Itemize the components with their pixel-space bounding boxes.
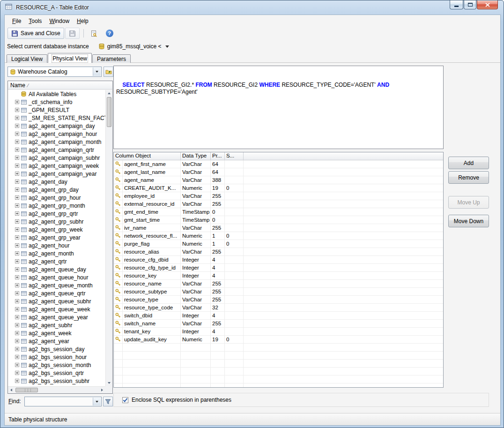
tree-item[interactable]: ag2_agent_campaign_subhr xyxy=(8,154,105,162)
expand-icon[interactable] xyxy=(15,371,19,375)
minimize-button[interactable] xyxy=(450,0,463,9)
horizontal-scrollbar-thumb[interactable] xyxy=(15,388,38,392)
grid-row[interactable]: resource_type VarChar 255 xyxy=(114,296,443,304)
grid-row[interactable]: employee_id VarChar 255 xyxy=(114,192,443,200)
menu-item[interactable]: Tools xyxy=(25,16,45,26)
scroll-left-button[interactable] xyxy=(8,387,15,393)
grid-row[interactable]: resource_cfg_dbid Integer 4 xyxy=(114,256,443,264)
grid-row[interactable]: update_audit_key Numeric 19 0 xyxy=(114,336,443,344)
grid-row[interactable]: resource_name VarChar 255 xyxy=(114,280,443,288)
grid-row[interactable]: resource_type_code VarChar 32 xyxy=(114,304,443,312)
grid-row[interactable]: agent_first_name VarChar 64 xyxy=(114,160,443,168)
save-and-close-button[interactable]: Save and Close xyxy=(7,28,64,39)
expand-icon[interactable] xyxy=(15,355,19,359)
grid-row[interactable]: resource_cfg_type_id Integer 4 xyxy=(114,264,443,272)
tree-item[interactable]: ag2_agent_day xyxy=(8,178,105,186)
tree-item[interactable]: ag2_agent_campaign_year xyxy=(8,170,105,178)
expand-icon[interactable] xyxy=(15,299,19,303)
grid-row[interactable]: switch_name VarChar 255 xyxy=(114,320,443,328)
expand-icon[interactable] xyxy=(15,132,19,136)
grid-row[interactable]: gmt_end_time TimeStamp 0 xyxy=(114,208,443,216)
tree-item[interactable]: ag2_agent_grp_month xyxy=(8,202,105,210)
expand-icon[interactable] xyxy=(15,116,19,120)
menu-item[interactable]: Window xyxy=(45,16,73,26)
tree-item[interactable]: ag2_bgs_session_qrtr xyxy=(8,369,105,377)
grid-row[interactable]: CREATE_AUDIT_K... Numeric 19 0 xyxy=(114,184,443,192)
expand-icon[interactable] xyxy=(15,172,19,176)
grid-row[interactable]: resource_key Integer 4 xyxy=(114,272,443,280)
tree-item[interactable]: ag2_agent_queue_hour xyxy=(8,273,105,281)
tree-item[interactable]: ag2_agent_grp_year xyxy=(8,233,105,241)
scroll-down-button[interactable] xyxy=(106,380,112,386)
tree-item[interactable]: ag2_agent_campaign_day xyxy=(8,122,105,130)
expand-icon[interactable] xyxy=(15,156,19,160)
expand-icon[interactable] xyxy=(15,251,19,255)
tree-item[interactable]: ag2_agent_queue_day xyxy=(8,265,105,273)
tree-item[interactable]: ag2_agent_hour xyxy=(8,241,105,249)
tree-item[interactable]: ag2_agent_week xyxy=(8,329,105,337)
expand-icon[interactable] xyxy=(15,211,19,216)
menu-item[interactable]: Help xyxy=(73,16,92,26)
tree-item-all-available-tables[interactable]: All Available Tables xyxy=(8,90,105,98)
grid-row[interactable]: gmt_start_time TimeStamp 0 xyxy=(114,216,443,224)
expand-icon[interactable] xyxy=(15,291,19,295)
tab[interactable]: Parameters xyxy=(92,54,131,63)
menu-item[interactable]: File xyxy=(8,16,25,26)
tree-item[interactable]: ag2_agent_month xyxy=(8,249,105,257)
grid-row[interactable]: tenant_key Integer 4 xyxy=(114,328,443,336)
catalog-select[interactable]: Warehouse Catalog xyxy=(7,67,102,77)
expand-icon[interactable] xyxy=(15,315,19,319)
expand-icon[interactable] xyxy=(15,307,19,311)
tree-item[interactable]: ag2_agent_grp_hour xyxy=(8,194,105,202)
tree-item[interactable]: ag2_bgs_session_hour xyxy=(8,353,105,361)
tree-item[interactable]: ag2_bgs_session_subhr xyxy=(8,377,105,385)
expand-icon[interactable] xyxy=(15,323,19,327)
expand-icon[interactable] xyxy=(15,235,19,240)
tree-item[interactable]: _ctl_schema_info xyxy=(8,98,105,106)
find-dropdown-button[interactable] xyxy=(93,398,101,405)
expand-icon[interactable] xyxy=(15,195,19,200)
sql-expression-editor[interactable]: SELECT RESOURCE_GI2.* FROM RESOURCE_GI2 … xyxy=(113,66,444,149)
grid-row[interactable]: resource_alias VarChar 255 xyxy=(114,248,443,256)
grid-action-button[interactable]: Move Up xyxy=(448,196,489,209)
expand-icon[interactable] xyxy=(15,219,19,224)
tree-item[interactable]: ag2_agent_queue_qrtr xyxy=(8,289,105,297)
expand-icon[interactable] xyxy=(15,267,19,271)
tree-item[interactable]: ag2_agent_queue_subhr xyxy=(8,297,105,305)
enclose-sql-checkbox[interactable] xyxy=(122,397,128,403)
column-header-column-object[interactable]: Column Object xyxy=(114,152,181,160)
column-header-scale[interactable]: S... xyxy=(225,152,244,160)
new-key-button[interactable] xyxy=(87,28,101,39)
scroll-right-button[interactable] xyxy=(99,387,105,393)
help-button[interactable]: ? xyxy=(102,28,117,39)
column-header-data-type[interactable]: Data Type xyxy=(181,152,211,160)
expand-icon[interactable] xyxy=(15,164,19,168)
expand-icon[interactable] xyxy=(15,331,19,335)
grid-action-button[interactable]: Add xyxy=(448,157,489,169)
grid-row[interactable]: switch_dbid Integer 4 xyxy=(114,312,443,320)
maximize-button[interactable] xyxy=(464,0,476,9)
grid-row[interactable]: network_resource_fl... Numeric 1 0 xyxy=(114,232,443,240)
catalog-options-button[interactable] xyxy=(104,67,113,77)
tree-item[interactable]: ag2_agent_grp_day xyxy=(8,186,105,194)
save-button[interactable] xyxy=(65,28,80,39)
find-filter-button[interactable] xyxy=(103,397,113,406)
expand-icon[interactable] xyxy=(15,275,19,279)
grid-action-button[interactable]: Remove xyxy=(448,171,489,184)
grid-row[interactable]: agent_last_name VarChar 64 xyxy=(114,168,443,176)
tree-item[interactable]: ag2_agent_qrtr xyxy=(8,257,105,265)
catalog-dropdown-button[interactable] xyxy=(93,68,101,76)
titlebar[interactable]: RESOURCE_A - Table Editor xyxy=(0,0,504,15)
tab[interactable]: Physical View xyxy=(48,53,92,63)
tree-item[interactable]: ag2_agent_queue_week xyxy=(8,305,105,313)
tree-item[interactable]: ag2_agent_campaign_hour xyxy=(8,130,105,138)
expand-icon[interactable] xyxy=(15,259,19,263)
tree-item[interactable]: ag2_agent_queue_year xyxy=(8,313,105,321)
tree-column-header-name[interactable]: Name ∕ xyxy=(8,81,112,90)
grid-row[interactable]: purge_flag Numeric 1 0 xyxy=(114,240,443,248)
expand-icon[interactable] xyxy=(15,227,19,232)
grid-row[interactable]: ivr_name VarChar 255 xyxy=(114,224,443,232)
expand-icon[interactable] xyxy=(15,108,19,112)
grid-row[interactable]: resource_subtype VarChar 255 xyxy=(114,288,443,296)
tree-item[interactable]: ag2_agent_campaign_qrtr xyxy=(8,146,105,154)
